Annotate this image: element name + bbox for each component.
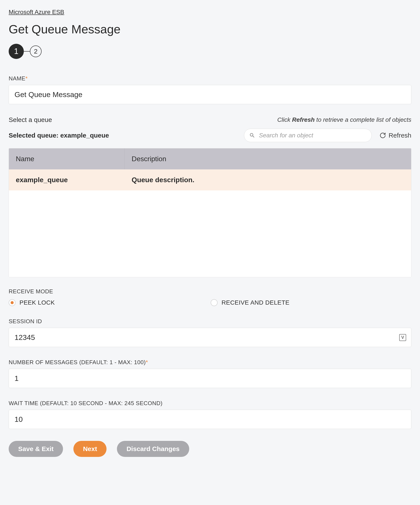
- step-1[interactable]: 1: [9, 44, 24, 59]
- session-id-input[interactable]: [9, 328, 411, 347]
- radio-label: PEEK LOCK: [19, 299, 55, 306]
- radio-peek-lock[interactable]: PEEK LOCK: [9, 299, 55, 306]
- refresh-icon: [380, 132, 386, 139]
- num-messages-input[interactable]: [9, 369, 411, 388]
- page-title: Get Queue Message: [9, 22, 411, 36]
- th-name: Name: [9, 148, 125, 170]
- td-description: Queue description.: [125, 170, 411, 190]
- td-name: example_queue: [9, 170, 125, 190]
- breadcrumb[interactable]: Microsoft Azure ESB: [9, 9, 64, 16]
- name-label: NAME*: [9, 75, 411, 82]
- variable-picker-icon[interactable]: V: [399, 334, 406, 341]
- refresh-button[interactable]: Refresh: [380, 132, 411, 139]
- num-messages-label: NUMBER OF MESSAGES (DEFAULT: 1 - MAX: 10…: [9, 359, 411, 366]
- radio-receive-delete[interactable]: RECEIVE AND DELETE: [211, 299, 290, 306]
- save-exit-button[interactable]: Save & Exit: [9, 441, 63, 457]
- queue-table: Name Description example_queue Queue des…: [9, 148, 411, 277]
- name-input[interactable]: [9, 85, 411, 104]
- table-row[interactable]: example_queue Queue description.: [9, 170, 411, 190]
- radio-label: RECEIVE AND DELETE: [222, 299, 290, 306]
- refresh-hint: Click Refresh to retrieve a complete lis…: [277, 116, 411, 123]
- wait-time-input[interactable]: [9, 410, 411, 429]
- step-2[interactable]: 2: [30, 45, 42, 57]
- select-queue-label: Select a queue: [9, 116, 52, 124]
- discard-button[interactable]: Discard Changes: [117, 441, 189, 457]
- table-header: Name Description: [9, 148, 411, 170]
- table-empty-space: [9, 190, 411, 277]
- radio-circle-icon: [211, 299, 218, 306]
- stepper: 1 2: [9, 44, 411, 59]
- search-icon: [249, 132, 255, 139]
- wait-time-label: WAIT TIME (DEFAULT: 10 SECOND - MAX: 245…: [9, 400, 411, 407]
- step-connector: [24, 51, 30, 51]
- receive-mode-label: RECEIVE MODE: [9, 288, 411, 295]
- th-description: Description: [125, 148, 411, 170]
- selected-queue: Selected queue: example_queue: [9, 132, 109, 139]
- next-button[interactable]: Next: [73, 441, 106, 457]
- radio-circle-icon: [9, 299, 16, 306]
- search-input[interactable]: [244, 129, 372, 142]
- session-id-label: SESSION ID: [9, 318, 411, 325]
